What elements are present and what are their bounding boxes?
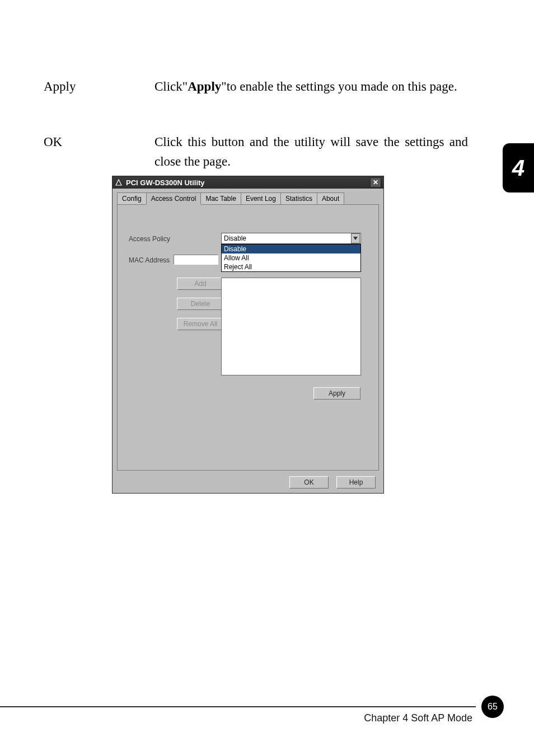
- dropdown-option-disable[interactable]: Disable: [222, 245, 360, 253]
- tab-access-control[interactable]: Access Control: [146, 192, 202, 205]
- ok-button[interactable]: OK: [289, 476, 329, 489]
- close-icon: ✕: [373, 179, 378, 186]
- dropdown-arrow-icon: [351, 233, 360, 243]
- window-title: PCI GW-DS300N Utility: [126, 179, 370, 187]
- remove-all-button[interactable]: Remove All: [177, 318, 224, 330]
- dropdown-option-reject-all[interactable]: Reject All: [222, 262, 360, 271]
- tab-mac-table[interactable]: Mac Table: [200, 192, 241, 204]
- tab-about[interactable]: About: [317, 192, 344, 204]
- tab-strip: Config Access Control Mac Table Event Lo…: [117, 192, 379, 204]
- page-number-badge: 65: [481, 696, 504, 718]
- access-policy-dropdown[interactable]: Disable: [221, 233, 361, 244]
- label-access-policy: Access Policy: [129, 235, 170, 243]
- app-icon: [115, 179, 123, 186]
- access-policy-dropdown-list[interactable]: Disable Allow All Reject All: [221, 244, 361, 272]
- mac-address-input[interactable]: [174, 255, 218, 265]
- tab-config[interactable]: Config: [117, 192, 147, 204]
- desc-apply-bold: Apply: [188, 79, 221, 93]
- desc-ok: Click this button and the utility will s…: [154, 133, 468, 171]
- close-button[interactable]: ✕: [370, 177, 381, 187]
- apply-button[interactable]: Apply: [313, 387, 360, 400]
- footer-text: Chapter 4 Soft AP Mode: [364, 712, 472, 724]
- tab-event-log[interactable]: Event Log: [241, 192, 281, 204]
- tab-statistics[interactable]: Statistics: [280, 192, 317, 204]
- term-ok: OK: [44, 133, 128, 152]
- delete-button[interactable]: Delete: [177, 298, 224, 310]
- desc-apply: Click"Apply"to enable the settings you m…: [154, 77, 468, 97]
- utility-window: PCI GW-DS300N Utility ✕ Config Access Co…: [112, 176, 384, 494]
- term-apply: Apply: [44, 77, 128, 97]
- help-button[interactable]: Help: [336, 476, 376, 489]
- access-policy-value: Disable: [222, 234, 350, 242]
- dropdown-option-allow-all[interactable]: Allow All: [222, 253, 360, 262]
- tab-panel-access-control: Access Policy MAC Address Disable Disabl…: [117, 204, 379, 471]
- desc-apply-pre: Click": [154, 79, 188, 93]
- desc-apply-post: "to enable the settings you made on this…: [221, 79, 457, 93]
- add-button[interactable]: Add: [177, 278, 224, 290]
- mac-address-listbox[interactable]: [221, 278, 361, 375]
- footer-rule: [0, 706, 476, 707]
- titlebar: PCI GW-DS300N Utility ✕: [113, 176, 383, 189]
- label-mac-address: MAC Address: [129, 256, 170, 264]
- chapter-side-tab: 4: [503, 143, 534, 192]
- desc-ok-pre: Click this button and the utility will s…: [154, 135, 468, 168]
